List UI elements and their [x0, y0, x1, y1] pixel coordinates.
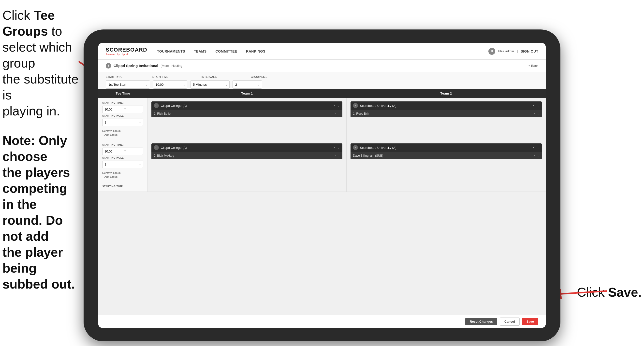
logo-scoreboard: SCOREBOARD — [106, 47, 147, 53]
player-name-2-2: Dave Billingham (SUB) — [353, 154, 532, 157]
nav-separator: | — [517, 49, 518, 53]
label-start-type: Start Type — [106, 75, 152, 78]
player-row-1-1: 1. Rich Butler ✕ ⌄ — [152, 110, 342, 117]
clock-icon-1: ⏱ — [124, 108, 141, 111]
annotation-top-left: Click Tee Groups to select which group t… — [2, 7, 79, 119]
player-chevron-1-2[interactable]: ⌄ — [338, 154, 340, 157]
settings-bar: Start Type Start Time Intervals Group Si… — [98, 72, 546, 89]
nav-right: B blair admin | Sign out — [488, 48, 538, 55]
player-row-2-2: Dave Billingham (SUB) ✕ ⌄ — [350, 152, 542, 159]
group-x-2-1[interactable]: ✕ — [532, 104, 535, 107]
settings-inputs: 1st Tee Start 10:00 5 Minutes — [106, 80, 538, 89]
team1-cell-2: C Clippd College (A) ✕ ⌄ 2. Blair McHarg — [148, 140, 346, 182]
team2-cell-1: S Scoreboard University (A) ✕ ⌄ 1. Rees … — [346, 98, 546, 140]
start-time-select[interactable]: 10:00 — [153, 80, 187, 89]
group-arrow-2-1[interactable]: ⌄ — [537, 104, 539, 107]
add-group-btn-1[interactable]: + Add Group — [102, 133, 143, 136]
label-start-time: Start Time — [152, 75, 202, 78]
player-controls-1-1: ✕ ⌄ — [334, 112, 340, 115]
tee-groups-bold: Tee Groups — [2, 8, 55, 38]
nav-links: TOURNAMENTS TEAMS COMMITTEE RANKINGS — [157, 49, 488, 53]
group-size-wrapper[interactable]: 2 — [232, 80, 262, 89]
tee-table: Tee Time Team 1 Team 2 STARTING TIME: 10… — [98, 89, 546, 315]
add-group-btn-2[interactable]: + Add Group — [102, 175, 143, 178]
group-x-1-1[interactable]: ✕ — [333, 104, 336, 107]
intervals-wrapper[interactable]: 5 Minutes — [190, 80, 230, 89]
team-group-1-1[interactable]: C Clippd College (A) ✕ ⌄ 1. Rich Butler — [152, 101, 342, 117]
label-group-size: Group Size — [251, 75, 295, 78]
group-name-2-1: Scoreboard University (A) — [360, 104, 530, 108]
player-x-1-2[interactable]: ✕ — [334, 154, 336, 157]
group-arrow-1-2[interactable]: ⌄ — [338, 146, 340, 149]
nav-tournaments[interactable]: TOURNAMENTS — [157, 49, 185, 53]
team-group-header-2-2: S Scoreboard University (A) ✕ ⌄ — [350, 143, 542, 152]
player-name-2-1: 1. Rees Britt — [353, 112, 532, 115]
sub-header-badge: B — [106, 63, 111, 68]
player-x-1-1[interactable]: ✕ — [334, 112, 336, 115]
intervals-select[interactable]: 5 Minutes — [190, 80, 230, 89]
group-arrow-1-1[interactable]: ⌄ — [338, 104, 340, 107]
table-row: STARTING TIME: 10:00 ⏱ STARTING HOLE: 1 … — [98, 98, 546, 140]
starting-hole-select-2[interactable]: 1 ⌄ — [102, 161, 143, 168]
main-content: Start Type Start Time Intervals Group Si… — [98, 72, 546, 328]
player-controls-1-2: ✕ ⌄ — [334, 154, 340, 157]
navbar: SCOREBOARD Powered by clippd TOURNAMENTS… — [98, 43, 546, 60]
group-badge-2-2: S — [353, 145, 358, 150]
remove-group-btn-1[interactable]: Remove Group — [102, 129, 143, 132]
group-x-1-2[interactable]: ✕ — [333, 146, 336, 149]
player-chevron-2-1[interactable]: ⌄ — [537, 112, 539, 115]
reset-changes-button[interactable]: Reset Changes — [465, 318, 497, 325]
starting-hole-select-1[interactable]: 1 ⌄ — [102, 119, 143, 126]
player-row-1-2: 2. Blair McHarg ✕ ⌄ — [152, 152, 342, 159]
sign-out-link[interactable]: Sign out — [520, 49, 538, 53]
label-intervals: Intervals — [202, 75, 251, 78]
logo-powered: Powered by clippd — [106, 53, 147, 56]
group-badge-2-1: S — [353, 103, 358, 108]
team-group-2-1[interactable]: S Scoreboard University (A) ✕ ⌄ 1. Rees … — [350, 101, 542, 117]
save-button[interactable]: Save — [522, 318, 538, 325]
annotation-bottom-left: Note: Only choose the players competing … — [2, 133, 79, 292]
player-controls-2-2: ✕ ⌄ — [534, 154, 539, 157]
clock-icon-2: ⏱ — [124, 150, 141, 153]
player-name-1-2: 2. Blair McHarg — [154, 154, 332, 157]
sub-header-left: B Clippd Spring Invitational (Men) Hosti… — [106, 63, 182, 68]
group-name-1-2: Clippd College (A) — [161, 146, 331, 150]
nav-teams[interactable]: TEAMS — [194, 49, 207, 53]
group-x-2-2[interactable]: ✕ — [532, 146, 535, 149]
group-controls-2-2: ✕ ⌄ — [532, 146, 539, 149]
sub-header-tag: (Men) — [161, 64, 169, 67]
starting-time-input-2[interactable]: 10:05 ⏱ — [102, 148, 143, 155]
player-x-2-2[interactable]: ✕ — [534, 154, 536, 157]
tee-actions-2: Remove Group + Add Group — [102, 171, 143, 178]
player-chevron-2-2[interactable]: ⌄ — [537, 154, 539, 157]
note-bold: Note: Only choose the players competing … — [2, 133, 75, 291]
cancel-button[interactable]: Cancel — [500, 318, 520, 326]
group-badge-1-1: C — [154, 103, 159, 108]
starting-time-input-1[interactable]: 10:00 ⏱ — [102, 106, 143, 113]
back-button[interactable]: < Back — [528, 64, 538, 67]
team-group-2-2[interactable]: S Scoreboard University (A) ✕ ⌄ Dave Bil… — [350, 143, 542, 159]
group-controls-1-2: ✕ ⌄ — [333, 146, 340, 149]
nav-rankings[interactable]: RANKINGS — [246, 49, 266, 53]
tablet-screen: SCOREBOARD Powered by clippd TOURNAMENTS… — [98, 43, 546, 328]
hole-chevron-2: ⌄ — [139, 163, 141, 166]
start-time-wrapper[interactable]: 10:00 — [153, 80, 187, 89]
team-group-1-2[interactable]: C Clippd College (A) ✕ ⌄ 2. Blair McHarg — [152, 143, 342, 159]
header-team1: Team 1 — [148, 92, 346, 95]
starting-time-label-2: STARTING TIME: — [102, 143, 143, 146]
group-controls-1-1: ✕ ⌄ — [333, 104, 340, 107]
starting-time-label-1: STARTING TIME: — [102, 101, 143, 104]
table-row: STARTING TIME: 10:05 ⏱ STARTING HOLE: 1 … — [98, 140, 546, 182]
group-size-select[interactable]: 2 — [232, 80, 262, 89]
settings-labels: Start Type Start Time Intervals Group Si… — [106, 75, 538, 78]
tablet-frame: SCOREBOARD Powered by clippd TOURNAMENTS… — [84, 29, 560, 341]
group-arrow-2-2[interactable]: ⌄ — [537, 146, 539, 149]
player-x-2-1[interactable]: ✕ — [534, 112, 536, 115]
start-type-wrapper[interactable]: 1st Tee Start — [106, 80, 150, 89]
player-chevron-1-1[interactable]: ⌄ — [338, 112, 340, 115]
team-group-header-1-1: C Clippd College (A) ✕ ⌄ — [152, 101, 342, 110]
start-type-select[interactable]: 1st Tee Start — [106, 80, 150, 89]
nav-committee[interactable]: COMMITTEE — [216, 49, 238, 53]
starting-hole-label-2: STARTING HOLE: — [102, 156, 143, 159]
remove-group-btn-2[interactable]: Remove Group — [102, 171, 143, 174]
